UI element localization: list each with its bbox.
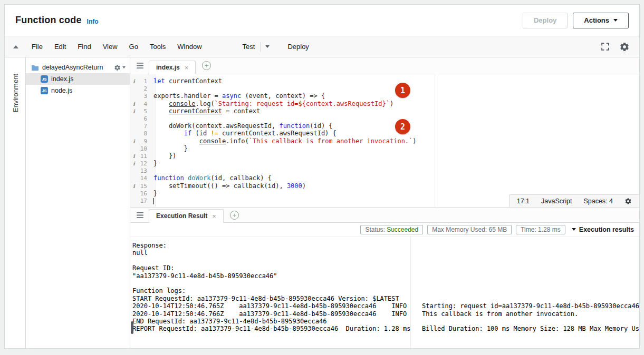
menu-deploy[interactable]: Deploy [282,36,314,57]
line-number: 8 [138,130,151,137]
tree-item-node-js[interactable]: JSnode.js [26,85,130,96]
close-icon[interactable]: × [212,213,216,220]
line-number: 13 [138,167,151,175]
menu-edit[interactable]: Edit [49,36,72,57]
badge-label: Max Memory Used: [432,226,488,233]
log-line: Function logs: [132,287,639,294]
badge-time: Time: 1.28 ms [516,225,565,234]
tree-item-index-js[interactable]: JSindex.js [26,73,130,85]
tree-item-label: node.js [51,87,72,94]
indentation-setting[interactable]: Spaces: 4 [583,198,613,205]
line-number: 17 [138,198,151,205]
code-line-11[interactable]: i11 }) [130,152,639,160]
code-line-8[interactable]: 8 if (id != currentContext.awsRequestId)… [130,130,639,137]
results-tab-list-icon[interactable] [137,212,143,218]
code-line-6[interactable]: 6 [130,115,639,122]
folder-settings-gear-icon[interactable] [114,64,126,71]
execution-result-panel: Execution Result × + Status: SucceededMa… [130,207,639,348]
code-line-15[interactable]: i15 setTimeout(() => callback(id), 3000) [130,182,639,190]
badge-max-memory-used: Max Memory Used: 65 MB [427,225,512,234]
log-line: START RequestId: aa137379-9c11-4e8d-b45b… [132,295,639,302]
js-badge: JS [41,75,48,83]
close-icon[interactable]: × [185,64,189,71]
menu-find[interactable]: Find [72,36,97,57]
js-badge: JS [41,87,48,94]
result-badges: Status: SucceededMax Memory Used: 65 MBT… [360,225,565,234]
line-number: 10 [138,145,151,153]
code-line-10[interactable]: 10 } [130,145,639,152]
line-number: 12 [138,160,151,167]
code-editor[interactable]: i1let currentContext23exports.handler = … [130,74,639,207]
menu-window[interactable]: Window [171,36,207,57]
header-actions: Deploy Actions [523,13,629,28]
annotation-badge-2: 2 [395,119,410,134]
code-line-9[interactable]: i9 console.info(`This callback is from a… [130,137,639,145]
language-mode[interactable]: JavaScript [541,198,572,205]
collapse-menubar-icon[interactable] [13,45,18,48]
code-line-5[interactable]: i5 currentContext = context [130,107,639,115]
tab-index-js[interactable]: index.js × [149,61,196,74]
code-text: } [153,160,157,167]
execution-results-toggle-label: Execution results [579,226,634,233]
tree-item-delayedasyncreturn[interactable]: delayedAsyncReturn [26,62,130,73]
log-output[interactable]: Response:nullRequest ID:"aa137379-9c11-4… [130,236,639,348]
print-margin-line [435,74,435,207]
test-dropdown-caret[interactable] [260,42,274,52]
editor-status-bar: 17:1 JavaScript Spaces: 4 [509,194,639,207]
code-line-13[interactable]: 13 [130,167,639,174]
lint-info-icon: i [130,160,138,167]
line-number: 14 [138,175,151,182]
code-text: console.info(`This callback is from anot… [153,137,417,145]
settings-gear-icon[interactable] [619,42,630,52]
editor-settings-gear-icon[interactable] [624,198,632,205]
code-line-12[interactable]: i12} [130,160,639,167]
badge-value: 65 MB [489,226,507,233]
actions-button[interactable]: Actions [573,13,629,28]
menu-file[interactable]: File [26,36,49,57]
info-link[interactable]: Info [87,18,99,25]
chevron-down-icon [122,66,126,68]
menubar-right [601,42,630,52]
lint-info-icon: i [130,183,138,190]
log-line: END RequestId: aa137379-9c11-4e8d-b45b-8… [132,318,639,325]
line-number: 4 [138,101,151,108]
test-button[interactable]: Test [237,43,261,51]
log-line: REPORT RequestId: aa137379-9c11-4e8d-b45… [132,325,639,332]
line-number: 2 [138,85,151,93]
code-line-3[interactable]: 3exports.handler = async (event, context… [130,92,639,100]
code-text: console.log(`Starting: request id=${cont… [153,100,393,107]
lint-info-icon: i [130,138,138,145]
badge-value: 1.28 ms [538,226,561,233]
menu-list: FileEditFindViewGoToolsWindow [26,36,208,57]
menu-tools[interactable]: Tools [144,36,171,57]
execution-results-toggle[interactable]: Execution results [572,226,634,233]
code-line-2[interactable]: 2 [130,85,639,92]
editor-menubar: FileEditFindViewGoToolsWindow Test Deplo… [5,36,639,57]
new-tab-button[interactable]: + [202,61,211,70]
environment-strip[interactable]: Environment [5,57,26,348]
tree-item-label: delayedAsyncReturn [42,64,103,71]
code-line-7[interactable]: 7 doWork(context.awsRequestId, function(… [130,122,639,130]
environment-label: Environment [5,62,26,125]
text-cursor [153,198,154,204]
badge-status: Status: Succeeded [360,225,423,234]
log-scrollbar[interactable] [131,321,133,334]
editor-main: index.js × + i1let currentContext23expor… [130,57,639,348]
new-results-tab-button[interactable]: + [230,211,239,220]
deploy-button[interactable]: Deploy [523,13,568,28]
menu-view[interactable]: View [97,36,123,57]
menu-go[interactable]: Go [123,36,144,57]
code-text: doWork(context.awsRequestId, function(id… [153,122,333,130]
tree-item-label: index.js [51,75,73,83]
fullscreen-icon[interactable] [601,42,610,51]
code-line-4[interactable]: i4 console.log(`Starting: request id=${c… [130,100,639,107]
tab-execution-result[interactable]: Execution Result × [149,209,224,223]
tab-list-icon[interactable] [137,63,143,68]
code-line-14[interactable]: 14function doWork(id, callback) { [130,174,639,182]
code-line-1[interactable]: i1let currentContext [130,77,639,85]
log-line: null [132,249,639,257]
file-tree-panel: delayedAsyncReturnJSindex.jsJSnode.js [26,57,130,348]
badge-value: Succeeded [387,226,418,233]
results-toolbar: Status: SucceededMax Memory Used: 65 MBT… [130,223,639,236]
log-line [132,257,639,264]
